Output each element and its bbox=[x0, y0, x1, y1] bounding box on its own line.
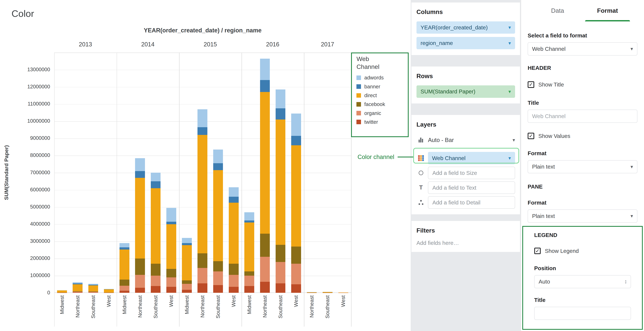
field-to-format-select[interactable]: Web Channel ▾ bbox=[528, 42, 638, 56]
bar-segment-twitter[interactable] bbox=[182, 290, 192, 293]
detail-field-dropzone[interactable]: Add a field to Detail bbox=[428, 196, 515, 208]
bar-segment-direct[interactable] bbox=[151, 188, 161, 264]
bar-segment-facebook[interactable] bbox=[182, 280, 192, 284]
bar-segment-direct[interactable] bbox=[276, 120, 286, 245]
legend-item-organic[interactable]: organic bbox=[356, 110, 403, 116]
pill-web-channel-color[interactable]: Web Channel ▾ bbox=[428, 152, 515, 164]
header-title-input[interactable] bbox=[528, 110, 638, 123]
tab-data[interactable]: Data bbox=[532, 0, 582, 22]
header-format-select[interactable]: Plain text ▾ bbox=[528, 160, 638, 174]
legend-item-twitter[interactable]: twitter bbox=[356, 119, 403, 125]
stacked-bar-2015-southeast[interactable] bbox=[213, 150, 223, 293]
bar-segment-adwords[interactable] bbox=[135, 158, 145, 171]
legend-title-input[interactable] bbox=[534, 307, 631, 320]
bar-segment-adwords[interactable] bbox=[120, 243, 130, 247]
bar-segment-adwords[interactable] bbox=[291, 114, 301, 136]
bar-segment-twitter[interactable] bbox=[244, 286, 254, 293]
pane-format-select[interactable]: Plain text ▾ bbox=[528, 210, 638, 223]
bar-segment-banner[interactable] bbox=[182, 243, 192, 245]
legend-item-adwords[interactable]: adwords bbox=[356, 75, 403, 81]
stacked-bar-2014-southeast[interactable] bbox=[151, 173, 161, 293]
bar-segment-direct[interactable] bbox=[244, 222, 254, 272]
pill-year-order-created-date[interactable]: YEAR(order_created_date) ▾ bbox=[416, 22, 515, 34]
stacked-bar-2014-midwest[interactable] bbox=[120, 243, 130, 293]
bar-segment-organic[interactable] bbox=[166, 278, 176, 287]
bar-segment-banner[interactable] bbox=[213, 163, 223, 170]
bar-segment-twitter[interactable] bbox=[104, 293, 114, 293]
bar-segment-direct[interactable] bbox=[260, 92, 270, 234]
stacked-bar-2014-northeast[interactable] bbox=[135, 158, 145, 293]
bar-segment-facebook[interactable] bbox=[120, 280, 130, 286]
bar-segment-adwords[interactable] bbox=[276, 90, 286, 108]
stacked-bar-2013-west[interactable] bbox=[104, 289, 114, 293]
chart-type-select[interactable]: Auto - Bar ▾ bbox=[416, 134, 515, 146]
bar-segment-twitter[interactable] bbox=[135, 288, 145, 293]
bar-segment-facebook[interactable] bbox=[276, 245, 286, 262]
bar-segment-twitter[interactable] bbox=[88, 292, 98, 293]
legend-item-direct[interactable]: direct bbox=[356, 92, 403, 98]
bar-segment-organic[interactable] bbox=[229, 275, 239, 287]
stacked-bar-2013-midwest[interactable] bbox=[57, 290, 67, 293]
bar-segment-direct[interactable] bbox=[120, 250, 130, 280]
bar-segment-banner[interactable] bbox=[135, 171, 145, 178]
bar-segment-twitter[interactable] bbox=[120, 291, 130, 293]
bar-segment-direct[interactable] bbox=[198, 135, 208, 253]
bar-segment-banner[interactable] bbox=[151, 181, 161, 188]
bar-segment-facebook[interactable] bbox=[135, 258, 145, 275]
bar-segment-banner[interactable] bbox=[276, 108, 286, 120]
bar-segment-facebook[interactable] bbox=[166, 269, 176, 278]
bar-segment-twitter[interactable] bbox=[260, 282, 270, 293]
stacked-bar-2016-midwest[interactable] bbox=[244, 212, 254, 293]
stacked-bar-2015-west[interactable] bbox=[229, 187, 239, 293]
bar-segment-direct[interactable] bbox=[135, 178, 145, 258]
bar-segment-facebook[interactable] bbox=[244, 272, 254, 276]
bar-segment-organic[interactable] bbox=[244, 276, 254, 286]
bar-segment-adwords[interactable] bbox=[229, 187, 239, 197]
bar-segment-facebook[interactable] bbox=[229, 264, 239, 275]
size-field-dropzone[interactable]: Add a field to Size bbox=[428, 167, 515, 179]
bar-segment-organic[interactable] bbox=[151, 276, 161, 286]
pill-sum-standard-paper[interactable]: SUM(Standard Paper) ▾ bbox=[416, 86, 515, 98]
bar-segment-banner[interactable] bbox=[120, 247, 130, 250]
bar-segment-direct[interactable] bbox=[104, 289, 114, 292]
bar-segment-organic[interactable] bbox=[198, 268, 208, 283]
bar-segment-adwords[interactable] bbox=[182, 238, 192, 243]
stacked-bar-2016-west[interactable] bbox=[291, 114, 301, 293]
bar-segment-organic[interactable] bbox=[276, 262, 286, 283]
stacked-bar-2017-southeast[interactable] bbox=[323, 292, 332, 293]
bar-segment-facebook[interactable] bbox=[151, 264, 161, 276]
bar-segment-direct[interactable] bbox=[182, 245, 192, 280]
tab-format[interactable]: Format bbox=[582, 0, 632, 22]
bar-segment-facebook[interactable] bbox=[260, 234, 270, 257]
bar-segment-organic[interactable] bbox=[135, 275, 145, 288]
bar-segment-adwords[interactable] bbox=[166, 208, 176, 222]
bar-segment-organic[interactable] bbox=[260, 257, 270, 282]
stacked-bar-2016-southeast[interactable] bbox=[276, 90, 286, 293]
bar-segment-direct[interactable] bbox=[88, 286, 98, 291]
bar-segment-adwords[interactable] bbox=[244, 212, 254, 220]
bar-segment-adwords[interactable] bbox=[198, 109, 208, 127]
text-field-dropzone[interactable]: Add a field to Text bbox=[428, 182, 515, 194]
bar-segment-organic[interactable] bbox=[213, 272, 223, 285]
stacked-bar-2016-northeast[interactable] bbox=[260, 59, 270, 293]
bar-segment-twitter[interactable] bbox=[57, 293, 67, 293]
bar-segment-facebook[interactable] bbox=[291, 246, 301, 264]
bar-segment-facebook[interactable] bbox=[213, 261, 223, 272]
bar-segment-adwords[interactable] bbox=[73, 282, 82, 284]
bar-segment-direct[interactable] bbox=[57, 290, 67, 292]
show-values-checkbox[interactable]: ✓ bbox=[528, 133, 534, 139]
stacked-bar-2017-northeast[interactable] bbox=[307, 292, 317, 293]
bar-segment-banner[interactable] bbox=[260, 80, 270, 92]
bar-segment-banner[interactable] bbox=[291, 136, 301, 145]
bar-segment-direct[interactable] bbox=[73, 284, 82, 291]
show-title-checkbox[interactable]: ✓ bbox=[528, 81, 534, 88]
bar-segment-twitter[interactable] bbox=[166, 287, 176, 293]
bar-segment-direct[interactable] bbox=[213, 170, 223, 261]
stacked-bar-2015-northeast[interactable] bbox=[198, 109, 208, 293]
legend-item-facebook[interactable]: facebook bbox=[356, 101, 403, 107]
bar-segment-banner[interactable] bbox=[244, 220, 254, 222]
bar-segment-direct[interactable] bbox=[166, 224, 176, 269]
bar-segment-banner[interactable] bbox=[198, 127, 208, 135]
bar-segment-facebook[interactable] bbox=[198, 253, 208, 268]
stacked-bar-2013-northeast[interactable] bbox=[73, 282, 82, 293]
